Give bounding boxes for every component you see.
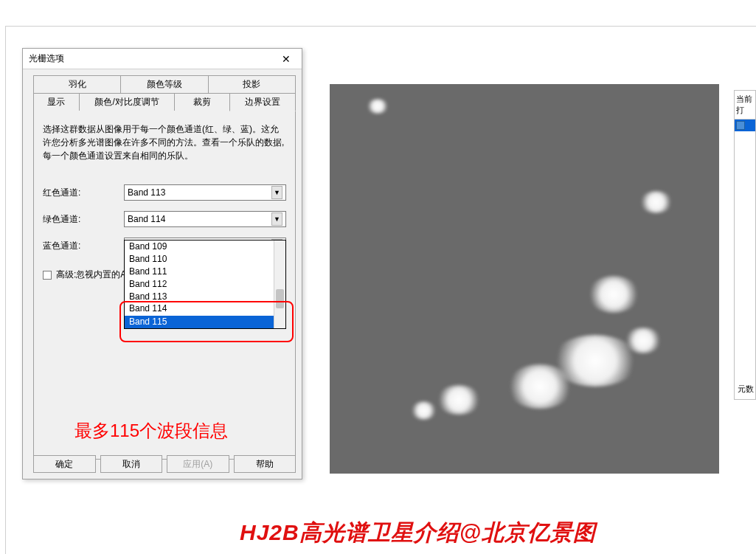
- tab-color-level[interactable]: 颜色等级: [120, 75, 207, 94]
- tab-color-contrast[interactable]: 颜色/对比度调节: [79, 94, 175, 111]
- dialog-titlebar: 光栅选项 ✕: [23, 49, 302, 69]
- side-panel: 当前打 元数: [734, 90, 756, 400]
- red-channel-row: 红色通道: Band 113 ▼: [43, 184, 286, 201]
- chevron-down-icon: ▼: [271, 186, 282, 199]
- close-icon: ✕: [282, 53, 291, 65]
- tab-border-settings[interactable]: 边界设置: [229, 94, 296, 111]
- close-button[interactable]: ✕: [277, 52, 296, 66]
- dropdown-option[interactable]: Band 113: [125, 291, 285, 303]
- side-panel-header: 当前打: [735, 91, 755, 120]
- ignore-alpha-checkbox[interactable]: [43, 271, 52, 280]
- dropdown-option[interactable]: Band 114: [125, 302, 285, 315]
- annotation-text: 最多115个波段信息: [74, 419, 228, 443]
- dropdown-option[interactable]: Band 109: [125, 240, 285, 253]
- blue-channel-dropdown[interactable]: Band 109 Band 110 Band 111 Band 112 Band…: [124, 240, 286, 329]
- raster-options-dialog: 光栅选项 ✕ 羽化 颜色等级 投影 显示 颜色/对比度调节 裁剪 边界设置 选择…: [22, 48, 302, 479]
- chevron-down-icon: ▼: [271, 212, 282, 226]
- tab-projection[interactable]: 投影: [208, 75, 296, 94]
- cancel-button[interactable]: 取消: [100, 455, 163, 473]
- watermark-text: HJ2B高光谱卫星介绍@北京亿景图: [240, 518, 596, 548]
- red-channel-label: 红色通道:: [43, 187, 124, 199]
- dialog-buttons: 确定 取消 应用(A) 帮助: [33, 455, 296, 473]
- description-text: 选择这群数据从图像用于每一个颜色通道(红、绿、蓝)。这允许您分析多光谱图像在许多…: [43, 122, 286, 162]
- help-button[interactable]: 帮助: [234, 455, 296, 473]
- green-channel-label: 绿色通道:: [43, 213, 124, 226]
- tab-crop[interactable]: 裁剪: [174, 94, 229, 111]
- apply-button[interactable]: 应用(A): [167, 455, 229, 473]
- dropdown-option-selected[interactable]: Band 115 ▼: [125, 316, 285, 328]
- scrollbar-thumb[interactable]: [276, 289, 284, 308]
- green-channel-row: 绿色通道: Band 114 ▼: [43, 211, 286, 227]
- dropdown-option[interactable]: Band 110: [125, 253, 285, 266]
- tab-panel: 选择这群数据从图像用于每一个颜色通道(红、绿、蓝)。这允许您分析多光谱图像在许多…: [33, 111, 296, 460]
- tabs-row-upper: 羽化 颜色等级 投影: [23, 75, 302, 94]
- side-panel-item[interactable]: [735, 120, 755, 131]
- blue-channel-label: 蓝色通道:: [43, 240, 124, 252]
- dropdown-option[interactable]: Band 111: [125, 266, 285, 278]
- dropdown-scrollbar[interactable]: [274, 240, 285, 328]
- layer-icon: [736, 121, 745, 130]
- red-channel-select[interactable]: Band 113 ▼: [124, 184, 286, 201]
- side-panel-footer: 元数: [738, 384, 754, 395]
- green-channel-value: Band 114: [128, 214, 165, 224]
- dropdown-selected-label: Band 115: [129, 316, 167, 328]
- ok-button[interactable]: 确定: [33, 455, 96, 473]
- satellite-preview: [330, 84, 719, 474]
- dialog-title: 光栅选项: [29, 52, 64, 65]
- red-channel-value: Band 113: [128, 187, 165, 198]
- dropdown-option[interactable]: Band 112: [125, 278, 285, 291]
- green-channel-select[interactable]: Band 114 ▼: [124, 211, 286, 227]
- tab-display[interactable]: 显示: [33, 94, 79, 111]
- tab-feather[interactable]: 羽化: [33, 75, 120, 94]
- tabs-row-lower: 显示 颜色/对比度调节 裁剪 边界设置: [23, 94, 302, 111]
